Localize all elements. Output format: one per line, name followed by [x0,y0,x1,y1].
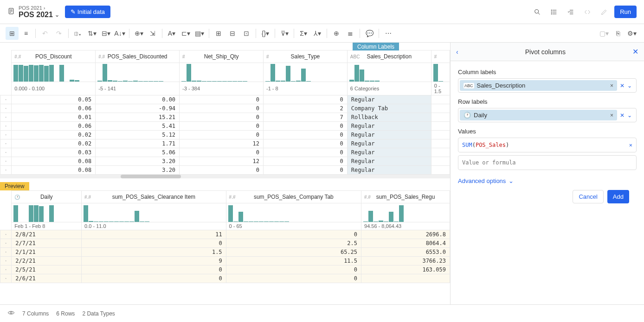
range-label: -3 - 384 [180,82,264,95]
table-row[interactable]: ·0.025.1200Regular [0,131,450,139]
table-row[interactable]: ·0.083.20120Regular [0,157,450,166]
checklist-icon[interactable] [564,6,577,19]
rename-icon[interactable]: A↓▾ [113,27,126,40]
table-row[interactable]: ·2/6/2100 [0,274,450,283]
settings-icon[interactable]: ⚙▾ [625,27,638,40]
column-header[interactable]: # [431,51,450,63]
chip-remove-icon[interactable]: × [610,112,613,119]
chevron-down-icon[interactable]: ⌄ [626,82,633,90]
preview-tag: Preview [0,182,29,190]
svg-point-4 [535,9,539,13]
list-icon[interactable] [547,6,560,19]
row-labels-label: Row labels [458,98,637,105]
group3-icon[interactable]: ⊡ [240,27,253,40]
column-header[interactable]: #.#POS_Sales_Discounted [96,51,180,63]
column-labels-field[interactable]: ABCSales_Description× ✕⌄ [458,78,637,93]
tree-icon[interactable]: ⅄▾ [311,27,324,40]
breadcrumb[interactable]: POS 2021 › [19,5,59,11]
add-button[interactable]: Add [607,190,629,203]
values-formula[interactable]: SUM(POS_Sales) ✕ [458,138,637,152]
align-icon[interactable]: ⊏▾ [179,27,192,40]
search-icon[interactable] [531,6,544,19]
range-label: 0 - 65 [226,222,361,230]
back-icon[interactable]: ‹ [456,48,458,56]
column-labels-tag: Column Labels [353,43,399,51]
table-row[interactable]: ·0.035.0600Regular [0,148,450,157]
values-label: Values [458,128,637,135]
row-labels-field[interactable]: 🕐Daily× ✕⌄ [458,108,637,122]
comment-icon[interactable]: 💬 [363,27,376,40]
range-label: -1 - 8 [263,82,347,95]
chip-remove-icon[interactable]: × [610,82,613,89]
expand-icon[interactable]: ⇲ [146,27,159,40]
chip-clear-icon[interactable]: ✕ [619,111,625,120]
group2-icon[interactable]: ⊟ [226,27,239,40]
table-row[interactable]: ·0.0115.2107Rollback [0,113,450,122]
column-header[interactable]: 🕐Daily [12,191,82,203]
join-icon[interactable]: ⊕ [330,27,343,40]
column-header[interactable]: #.#sum_POS_Sales_Clearance Item [82,191,226,203]
table-row[interactable]: ·0.021.71120Regular [0,139,450,148]
chevron-down-icon[interactable]: ⌄ [626,111,633,120]
table-row[interactable]: ·0.050.0000Regular [0,95,450,104]
column-labels-label: Column labels [458,69,637,76]
text-icon[interactable]: A▾ [165,27,178,40]
table-row[interactable]: ·0.083.2000Regular [0,166,450,175]
column-header[interactable]: #Sales_Type [263,51,347,63]
preview-grid[interactable]: 🕐Daily#.#sum_POS_Sales_Clearance Item#.#… [0,190,450,283]
hscroll-main[interactable] [0,175,450,178]
close-icon[interactable]: ✕ [632,47,638,56]
sort-icon[interactable]: ⇅▾ [85,27,98,40]
column-header[interactable]: #.#sum_POS_Sales_Company Tab [226,191,361,203]
table-row[interactable]: ·2/7/2102.58064.4 [0,239,450,248]
code-icon[interactable] [581,6,594,19]
page-title[interactable]: POS 2021 ⌄ [19,11,59,19]
chip-clear-icon[interactable]: ✕ [619,82,625,90]
group1-icon[interactable]: ⊞ [212,27,225,40]
main-grid[interactable]: #.#POS_Discount#.#POS_Sales_Discounted#N… [0,50,450,175]
col-add-icon[interactable]: ⎅▾ [71,27,84,40]
table-row[interactable]: ·0.06-0.9402Company Tab [0,104,450,113]
formula-clear-icon[interactable]: ✕ [629,142,632,148]
clock-icon: 🕐 [464,112,471,119]
table-row[interactable]: ·2/1/211.565.256553.0 [0,248,450,257]
braces-icon[interactable]: {}▾ [259,27,272,40]
cancel-button[interactable]: Cancel [573,190,603,203]
split-icon[interactable]: ⊕▾ [132,27,145,40]
table-row[interactable]: ·2/5/2100163.059 [0,265,450,274]
run-button[interactable]: Run [614,6,637,18]
column-header[interactable]: ABCSales_Description [347,51,431,63]
col-remove-icon[interactable]: ⊟▾ [99,27,112,40]
stack-icon[interactable]: ≣ [344,27,357,40]
initial-data-button[interactable]: ✎Initial data [65,6,110,18]
column-header[interactable]: #.#sum_POS_Sales_Regu [361,191,450,203]
sigma-icon[interactable]: Σ▾ [297,27,310,40]
border-icon[interactable]: ▢▾ [598,27,611,40]
chevron-down-icon: ⌄ [509,177,514,184]
svg-point-11 [551,13,552,14]
range-label: -5 - 141 [96,82,180,95]
range-label: 6 Categories [347,82,431,95]
doc-icon [7,7,15,16]
row-view-icon[interactable]: ≡ [19,27,32,40]
view1-icon[interactable]: ⎘ [612,27,625,40]
panel-title: Pivot columns [525,48,566,56]
pen-icon[interactable] [598,6,611,19]
table-row[interactable]: ·2/8/211102696.8 [0,230,450,239]
filter-icon[interactable]: ⊽▾ [278,27,291,40]
table-row[interactable]: ·2/2/21911.53766.23 [0,257,450,265]
column-header[interactable]: #.#POS_Discount [12,51,96,63]
status-bar: 7 Columns 6 Rows 2 Data Types [0,304,644,322]
advanced-options-link[interactable]: Advanced options⌄ [458,177,637,184]
eye-icon[interactable] [7,309,15,318]
redo-icon[interactable]: ↷ [52,27,65,40]
grid-area[interactable]: Column Labels #.#POS_Discount#.#POS_Sale… [0,43,450,304]
table-row[interactable]: ·0.065.4100Regular [0,122,450,131]
svg-point-15 [10,312,12,314]
layout-icon[interactable]: ▤▾ [193,27,206,40]
value-formula-input[interactable] [458,155,637,170]
undo-icon[interactable]: ↶ [39,27,52,40]
column-header[interactable]: #Net_Ship_Qty [180,51,264,63]
more-icon[interactable]: ⋯ [382,27,395,40]
grid-view-icon[interactable]: ⊞ [6,27,19,40]
